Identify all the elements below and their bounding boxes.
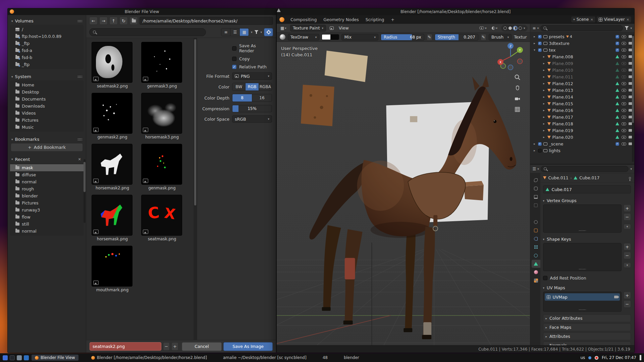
move-view-hand-icon[interactable] bbox=[514, 85, 521, 91]
remove-vertex-group-button[interactable]: − bbox=[624, 213, 631, 221]
hide-eye-icon[interactable] bbox=[622, 96, 626, 99]
outliner-collection-row[interactable]: ▸ ✓ 3dtexture ✓ bbox=[530, 40, 634, 47]
hide-eye-icon[interactable] bbox=[622, 142, 626, 145]
save-as-render-checkbox[interactable]: ✓ bbox=[232, 46, 236, 51]
texture-menu-label[interactable]: Textur bbox=[514, 35, 527, 40]
hide-eye-icon[interactable] bbox=[622, 116, 626, 119]
display-settings-caret[interactable]: ▾ bbox=[251, 31, 253, 34]
shape-keys-list[interactable] bbox=[543, 243, 622, 271]
blend-mode-dropdown[interactable]: Mix ▾ bbox=[341, 34, 378, 41]
volume-item[interactable]: / bbox=[10, 26, 84, 33]
volume-item[interactable]: _ftp bbox=[10, 40, 84, 47]
outliner-object-row[interactable]: ▸ Plane.008 bbox=[530, 53, 634, 60]
launcher-icon[interactable] bbox=[3, 355, 8, 360]
mesh-data-field[interactable]: Cube.017 bbox=[543, 185, 631, 193]
add-shape-key-button[interactable]: + bbox=[624, 243, 631, 250]
hide-eye-icon[interactable] bbox=[622, 129, 626, 132]
recent-folder-item[interactable]: blender bbox=[10, 192, 84, 199]
properties-tab[interactable] bbox=[532, 193, 540, 201]
workspace-tab[interactable]: Geometry Nodes bbox=[320, 16, 362, 23]
taskbar-window-button[interactable]: blender bbox=[340, 355, 363, 361]
render-checkbox[interactable]: ✓ bbox=[615, 42, 619, 45]
collection-checkbox[interactable]: ✓ bbox=[538, 48, 542, 52]
hide-eye-icon[interactable] bbox=[622, 55, 626, 58]
recent-folder-item[interactable]: flow bbox=[10, 214, 84, 221]
thumbnail-view-button[interactable]: ▦ bbox=[240, 28, 249, 36]
outliner-object-row[interactable]: ▸ Plane.011 bbox=[530, 73, 634, 80]
recent-folder-item[interactable]: mask bbox=[10, 164, 84, 171]
pin-icon[interactable] bbox=[629, 177, 631, 179]
wireframe-shading-icon[interactable] bbox=[503, 26, 507, 30]
system-folder-item[interactable]: Home bbox=[10, 81, 84, 88]
viewport-canvas[interactable]: User Perspective (14) Cube.011 bbox=[277, 42, 530, 345]
grip-icon[interactable] bbox=[579, 309, 586, 311]
outliner-object-row[interactable]: ▸ Plane.012 bbox=[530, 80, 634, 87]
collection-checkbox[interactable]: ✓ bbox=[538, 149, 542, 153]
brush-preview-icon[interactable] bbox=[280, 34, 285, 40]
shape-keys-section-header[interactable]: ▾ Shape Keys bbox=[543, 235, 631, 243]
file-format-dropdown[interactable]: PNG ▾ bbox=[232, 72, 272, 80]
render-checkbox[interactable]: ✓ bbox=[615, 142, 619, 146]
keyboard-layout-indicator[interactable]: us bbox=[581, 355, 585, 360]
hide-eye-icon[interactable] bbox=[622, 102, 626, 105]
system-folder-item[interactable]: Downloads bbox=[10, 103, 84, 110]
collapse-icon[interactable]: ▾ bbox=[11, 75, 13, 78]
breadcrumb-object[interactable]: Cube.011 bbox=[548, 175, 569, 180]
brush-menu-dropdown[interactable]: Brush ▾ bbox=[489, 34, 512, 41]
volume-item[interactable]: fsd-a bbox=[10, 47, 84, 54]
path-input[interactable] bbox=[140, 17, 273, 25]
properties-tab[interactable] bbox=[532, 235, 540, 243]
file-item[interactable]: horsemask3.png bbox=[141, 93, 183, 139]
outliner-search-box[interactable] bbox=[540, 25, 623, 31]
render-checkbox[interactable]: ✓ bbox=[615, 48, 619, 52]
color-rgb-button[interactable]: RGB bbox=[246, 83, 259, 90]
add-bookmark-button[interactable]: + Add Bookmark bbox=[11, 143, 83, 152]
properties-tab[interactable] bbox=[532, 226, 540, 234]
outliner-object-row[interactable]: ▸ Plane.010 bbox=[530, 67, 634, 73]
collection-checkbox[interactable]: ✓ bbox=[538, 142, 542, 146]
expand-caret[interactable]: ▸ bbox=[542, 55, 546, 58]
create-directory-button[interactable] bbox=[129, 17, 138, 25]
strength-pressure-button[interactable]: ✎ bbox=[481, 34, 486, 41]
depth-8-button[interactable]: 8 bbox=[232, 94, 252, 102]
add-vertex-group-button[interactable]: + bbox=[624, 204, 631, 212]
properties-tab[interactable] bbox=[532, 184, 540, 192]
mode-dropdown[interactable]: Texture Paint ▾ bbox=[290, 25, 326, 32]
horizontal-list-button[interactable]: ☰ bbox=[230, 28, 239, 36]
hide-eye-icon[interactable] bbox=[622, 69, 626, 72]
render-checkbox[interactable]: ✓ bbox=[615, 35, 619, 39]
collection-checkbox[interactable]: ✓ bbox=[538, 42, 542, 45]
vertical-list-button[interactable]: ≡ bbox=[221, 28, 230, 36]
editor-type-button[interactable]: ▦ ▾ bbox=[279, 25, 288, 32]
properties-tab[interactable] bbox=[532, 243, 540, 251]
expand-caret[interactable]: ▸ bbox=[542, 102, 546, 105]
system-folder-item[interactable]: Desktop bbox=[10, 88, 84, 96]
expand-caret[interactable]: ▸ bbox=[542, 82, 546, 85]
refresh-button[interactable]: ↻ bbox=[119, 17, 128, 25]
expand-caret[interactable]: ▸ bbox=[542, 115, 546, 119]
collapse-icon[interactable]: ▾ bbox=[11, 158, 13, 161]
scrollbar-handle[interactable] bbox=[194, 39, 196, 205]
radius-slider[interactable]: Radius 68 px bbox=[381, 34, 424, 41]
increment-filename-button[interactable]: + bbox=[171, 342, 178, 351]
file-search-box[interactable] bbox=[89, 28, 206, 36]
hide-eye-icon[interactable] bbox=[622, 75, 626, 78]
properties-tab[interactable] bbox=[532, 268, 540, 276]
recent-folder-item[interactable]: rough bbox=[10, 185, 84, 192]
hide-eye-icon[interactable] bbox=[622, 89, 626, 92]
add-uv-map-button[interactable]: + bbox=[624, 292, 631, 299]
outliner-object-row[interactable]: ▸ Plane.009 bbox=[530, 60, 634, 67]
grip-icon[interactable] bbox=[579, 230, 586, 232]
compression-slider[interactable]: 15% bbox=[232, 105, 272, 112]
vertex-groups-section-header[interactable]: ▾ Vertex Groups bbox=[543, 197, 631, 204]
properties-editor-icon[interactable]: ☰ bbox=[533, 167, 536, 171]
file-item[interactable]: seatmask2.png bbox=[92, 42, 133, 88]
expand-caret[interactable]: ▸ bbox=[542, 129, 546, 132]
material-shading-icon[interactable] bbox=[514, 26, 517, 30]
attributes-section-header[interactable]: ▸ Attributes bbox=[543, 333, 631, 340]
outliner-lights-row[interactable]: ▸ ✓ lights bbox=[530, 147, 634, 154]
hide-eye-icon[interactable] bbox=[622, 62, 626, 65]
properties-tab[interactable] bbox=[532, 218, 540, 226]
clock[interactable]: Fri, 27 Dec 07:47 bbox=[602, 355, 636, 360]
expand-caret[interactable]: ▸ bbox=[542, 122, 546, 125]
